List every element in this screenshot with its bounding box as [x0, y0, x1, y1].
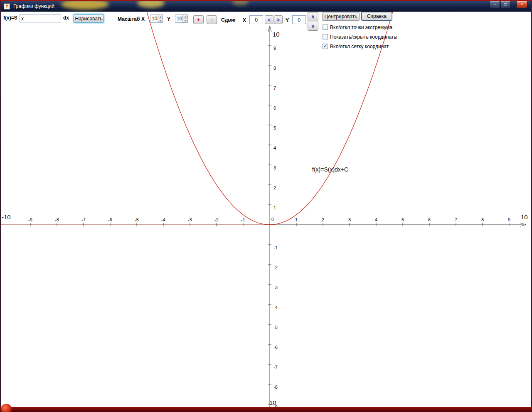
scale-y-spinner[interactable]: 10 ▲▼: [175, 15, 188, 23]
taskbar[interactable]: [0, 407, 532, 412]
svg-text:-4: -4: [273, 305, 278, 310]
dx-label: dx: [63, 15, 69, 21]
shift-label: Сдвиг: [221, 17, 236, 23]
shift-down-button[interactable]: ∨: [308, 22, 318, 31]
svg-text:3: 3: [273, 165, 276, 170]
svg-text:-2: -2: [273, 265, 278, 270]
curve-label: f(x)=S(x)dx+C: [312, 166, 348, 173]
svg-text:-5: -5: [273, 325, 278, 330]
checkbox-row[interactable]: ✓Вкл/откл сетку координат: [323, 42, 397, 51]
checkbox-label: Показать/скрыть координаты: [330, 34, 397, 40]
maximize-button[interactable]: □: [500, 1, 511, 8]
zoom-out-button[interactable]: -: [207, 15, 217, 24]
svg-text:-5: -5: [135, 217, 139, 222]
wallpaper-blob: [61, 1, 109, 10]
titlebar[interactable]: f Графики функций – □ ×: [1, 1, 531, 12]
shift-left-button[interactable]: <: [265, 15, 273, 24]
svg-text:5: 5: [273, 125, 276, 130]
svg-text:-7: -7: [273, 365, 278, 370]
checkbox-group: Вкл/откл точки экстремумаПоказать/скрыть…: [323, 22, 397, 51]
svg-text:-6: -6: [108, 217, 112, 222]
close-button[interactable]: ×: [516, 1, 527, 8]
svg-text:6: 6: [273, 105, 276, 110]
svg-text:5: 5: [401, 217, 404, 222]
scale-y-value[interactable]: 10: [175, 15, 182, 22]
svg-text:-10: -10: [267, 399, 276, 406]
svg-text:10: 10: [521, 213, 528, 221]
svg-text:-2: -2: [214, 217, 219, 222]
start-button[interactable]: [1, 404, 12, 412]
checkbox-label: Вкл/откл точки экстремума: [330, 25, 392, 30]
svg-text:-1: -1: [241, 217, 245, 222]
checkbox[interactable]: ✓: [323, 44, 328, 49]
wallpaper-blob: [137, 1, 165, 8]
help-button[interactable]: Справка: [361, 12, 392, 21]
function-plot: -9-8-7-6-5-4-3-2-1123456789-9-8-7-6-5-4-…: [1, 12, 531, 407]
scale-label: Масштаб: [118, 16, 140, 22]
svg-text:2: 2: [273, 185, 276, 190]
shift-x-input[interactable]: [249, 15, 263, 24]
shift-right-button[interactable]: >: [274, 15, 283, 24]
window-title: Графики функций: [13, 3, 54, 9]
scale-x-down-icon[interactable]: ▼: [158, 19, 163, 23]
scale-x-up-icon[interactable]: ▲: [158, 15, 163, 19]
app-icon: f: [4, 3, 10, 10]
client-area: -9-8-7-6-5-4-3-2-1123456789-9-8-7-6-5-4-…: [1, 12, 531, 407]
checkbox-row[interactable]: Показать/скрыть координаты: [323, 32, 397, 42]
shift-x-label: X: [243, 17, 246, 23]
scale-y-label: Y: [167, 16, 170, 22]
fx-label: f(x)=S: [3, 15, 17, 21]
svg-text:-8: -8: [273, 385, 278, 390]
center-button[interactable]: Центрировать: [322, 12, 360, 21]
svg-text:-9: -9: [28, 217, 32, 222]
svg-text:10: 10: [273, 31, 280, 38]
svg-text:2: 2: [322, 217, 324, 222]
scale-y-up-icon[interactable]: ▲: [183, 15, 187, 19]
svg-text:4: 4: [273, 145, 276, 150]
checkbox-label: Вкл/откл сетку координат: [330, 44, 389, 49]
checkbox[interactable]: [323, 34, 328, 39]
svg-text:6: 6: [428, 217, 431, 222]
svg-text:1: 1: [273, 205, 276, 210]
checkbox[interactable]: [323, 25, 328, 30]
svg-text:-7: -7: [81, 217, 86, 222]
svg-text:0: 0: [271, 217, 274, 222]
svg-text:1: 1: [295, 217, 298, 222]
svg-text:-3: -3: [273, 285, 278, 290]
svg-text:-8: -8: [55, 217, 59, 222]
scale-x-value[interactable]: 10: [150, 15, 158, 22]
scale-x-spinner[interactable]: 10 ▲▼: [150, 15, 163, 23]
svg-text:-3: -3: [188, 217, 192, 222]
shift-up-button[interactable]: ∧: [308, 12, 318, 21]
svg-text:3: 3: [348, 217, 351, 222]
shift-y-label: Y: [286, 17, 289, 23]
draw-button[interactable]: Нарисовать: [74, 14, 104, 23]
svg-text:-1: -1: [273, 245, 278, 250]
scale-x-label: X: [141, 16, 145, 22]
svg-text:8: 8: [481, 217, 484, 222]
svg-text:9: 9: [508, 217, 510, 222]
svg-text:7: 7: [455, 217, 457, 222]
app-window: f Графики функций – □ × -9-8-7-6-5-4-3-2…: [1, 1, 531, 407]
fx-input[interactable]: [20, 15, 61, 22]
checkbox-row[interactable]: Вкл/откл точки экстремума: [323, 22, 397, 32]
svg-text:4: 4: [375, 217, 377, 222]
svg-text:-10: -10: [2, 213, 11, 221]
shift-y-input[interactable]: [292, 15, 306, 24]
minimize-button[interactable]: –: [490, 1, 500, 8]
svg-text:8: 8: [273, 66, 276, 71]
zoom-in-button[interactable]: +: [193, 15, 204, 24]
svg-text:-6: -6: [273, 345, 278, 350]
wallpaper-blob: [232, 1, 249, 5]
svg-text:-4: -4: [161, 217, 165, 222]
scale-y-down-icon[interactable]: ▼: [183, 19, 187, 23]
desktop: f Графики функций – □ × -9-8-7-6-5-4-3-2…: [0, 0, 532, 412]
svg-text:7: 7: [273, 86, 276, 91]
svg-text:9: 9: [273, 46, 276, 51]
